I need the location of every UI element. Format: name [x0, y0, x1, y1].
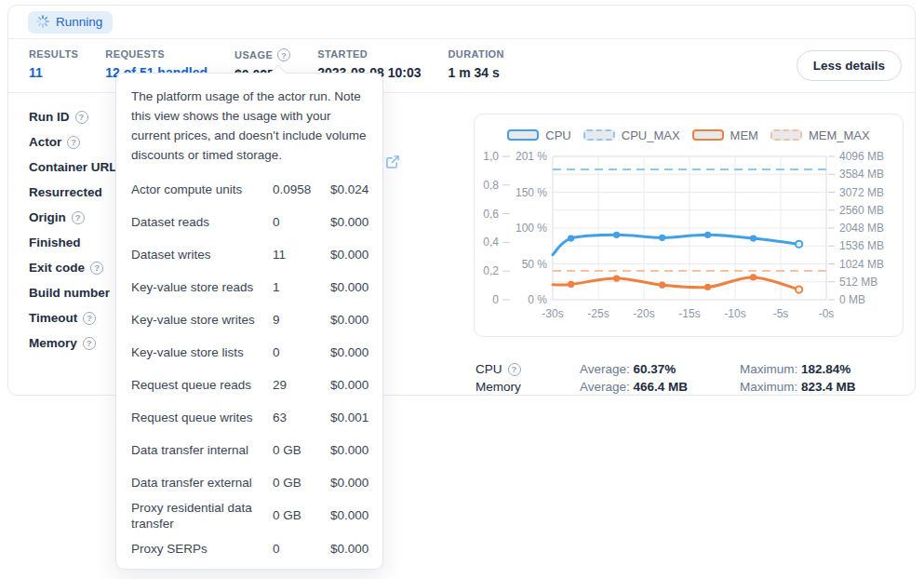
status-badge: Running [28, 11, 113, 34]
chart-legend: CPUCPU_MAXMEMMEM_MAX [475, 127, 903, 143]
usage-row-cost: $0.000 [330, 214, 368, 231]
usage-row-label: Key-value store reads [131, 279, 273, 296]
usage-row-label: Proxy residential data transfer [131, 500, 273, 532]
stat-label: STARTED [317, 48, 421, 60]
usage-row-label: Key-value store lists [131, 344, 273, 361]
spinner-icon [36, 15, 49, 28]
series-point-cpu [568, 236, 574, 242]
stat-block-results: RESULTS11 [29, 48, 78, 82]
status-badge-label: Running [56, 15, 102, 29]
series-point-mem [568, 281, 574, 288]
field-label: Container URL [29, 160, 117, 174]
usage-row: Data transfer internal0 GB$0.000 [131, 435, 368, 467]
external-link-icon[interactable] [385, 155, 400, 169]
usage-row-label: Data transfer internal [131, 442, 273, 459]
summary-metric-name: CPU [475, 362, 502, 376]
usage-row-cost: $0.000 [330, 312, 368, 329]
series-point-mem [659, 282, 665, 289]
usage-row-value: 0 GB [273, 475, 330, 491]
legend-swatch-cpu [507, 129, 539, 141]
usage-row-label: Actor compute units [131, 182, 273, 198]
series-point-cpu [750, 236, 757, 242]
summary-maximum-value: 823.4 MB [801, 380, 856, 394]
field-label: Finished [29, 236, 81, 249]
legend-item-cpu_max: CPU_MAX [583, 128, 680, 142]
summary-metric-label: CPU [475, 362, 580, 376]
stat-label-text: DURATION [448, 48, 503, 60]
help-icon[interactable] [67, 136, 80, 149]
y-axis-mb-tick: 0 MB [839, 293, 865, 306]
y-axis-mb-tick: 2048 MB [839, 222, 884, 235]
usage-row: Key-value store writes9$0.000 [131, 304, 368, 337]
legend-item-mem: MEM [692, 128, 758, 142]
y-axis-unit-tick: 0,2 [483, 264, 499, 277]
usage-row-cost: $0.024 [330, 182, 368, 198]
y-axis-percent-tick: 50 % [522, 258, 548, 271]
legend-label: MEM_MAX [809, 128, 870, 142]
metrics-summary: CPUAverage: 60.37%Maximum: 182.84%Memory… [474, 360, 904, 396]
metrics-chart-panel: CPUCPU_MAXMEMMEM_MAX 1,00,80,60,40,20201… [474, 114, 904, 337]
usage-row: Dataset writes11$0.000 [131, 239, 368, 272]
y-axis-percent-tick: 100 % [516, 222, 547, 235]
y-axis-unit-tick: 0,6 [483, 208, 499, 221]
usage-row-cost: $0.000 [330, 344, 368, 361]
stat-block-duration: DURATION1 m 34 s [448, 48, 503, 82]
series-cpu [553, 235, 799, 254]
usage-tooltip: The platform usage of the actor run. Not… [115, 73, 383, 570]
usage-row-cost: $0.000 [330, 541, 368, 558]
less-details-button[interactable]: Less details [797, 50, 902, 81]
y-axis-unit-tick: 1,0 [483, 150, 499, 163]
x-axis-tick: -0s [819, 307, 835, 320]
field-label: Origin [29, 210, 66, 224]
usage-row-label: Dataset writes [131, 247, 273, 263]
field-label: Exit code [29, 261, 85, 275]
usage-row: Data transfer external0 GB$0.000 [131, 467, 368, 500]
usage-row: Key-value store reads1$0.000 [131, 272, 368, 304]
help-icon[interactable] [75, 111, 88, 124]
help-icon[interactable] [90, 262, 103, 275]
help-icon[interactable] [83, 337, 96, 350]
legend-label: CPU [545, 128, 570, 142]
y-axis-unit-tick: 0 [492, 293, 499, 306]
usage-row-value: 0 GB [273, 442, 330, 459]
y-axis-percent-tick: 150 % [516, 186, 547, 199]
usage-row-cost: $0.000 [330, 377, 368, 394]
help-icon[interactable] [508, 363, 521, 376]
stat-label: USAGE [234, 48, 290, 61]
summary-average-label: Average: [580, 362, 634, 376]
summary-maximum-value: 182.84% [801, 362, 850, 376]
summary-maximum-label: Maximum: [740, 362, 801, 376]
usage-row-label: Request queue reads [131, 377, 273, 394]
usage-row-cost: $0.000 [330, 475, 368, 491]
summary-row-cpu: CPUAverage: 60.37%Maximum: 182.84% [475, 360, 904, 378]
stat-label: REQUESTS [105, 48, 208, 60]
usage-row-cost: $0.000 [330, 247, 368, 263]
series-point-mem [704, 284, 711, 290]
legend-label: CPU_MAX [622, 128, 680, 142]
usage-row: Request queue writes63$0.001 [131, 402, 368, 435]
usage-row-label: Proxy SERPs [131, 541, 273, 558]
help-icon[interactable] [277, 48, 290, 61]
usage-row-value: 29 [273, 377, 330, 394]
usage-row: Proxy SERPs0$0.000 [131, 532, 368, 565]
summary-row-memory: MemoryAverage: 466.4 MBMaximum: 823.4 MB [475, 378, 904, 396]
series-point-mem [750, 274, 757, 280]
help-icon[interactable] [72, 211, 85, 224]
y-axis-mb-tick: 4096 MB [839, 150, 884, 163]
summary-average-label: Average: [580, 380, 634, 394]
run-detail-page: Running RESULTS11REQUESTS12 of 51 handle… [0, 0, 924, 579]
stat-label-text: REQUESTS [105, 48, 165, 60]
usage-row-value: 63 [273, 410, 330, 426]
x-axis-tick: -10s [724, 307, 745, 320]
legend-swatch-mem [692, 129, 724, 141]
usage-row-value: 0.0958 [273, 182, 330, 198]
y-axis-mb-tick: 3584 MB [839, 168, 884, 181]
run-status-header: Running [8, 6, 915, 39]
help-icon[interactable] [83, 312, 96, 325]
x-axis-tick: -20s [633, 307, 654, 320]
y-axis-unit-tick: 0,8 [483, 179, 499, 192]
usage-row-value: 9 [273, 312, 330, 329]
stat-value[interactable]: 11 [29, 65, 78, 80]
y-axis-mb-tick: 512 MB [839, 276, 877, 289]
field-label: Memory [29, 336, 77, 350]
